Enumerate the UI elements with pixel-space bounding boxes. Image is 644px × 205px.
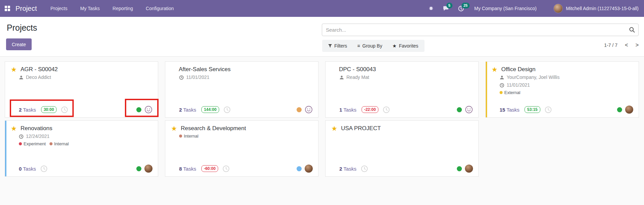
remaining-hours-badge: 53:15: [524, 106, 540, 113]
menu-configuration[interactable]: Configuration: [145, 1, 174, 16]
project-card-agr-s00042[interactable]: ★ AGR - S00042 Deco Addict 2 Tasks 30:00: [5, 61, 158, 118]
group-by-button[interactable]: ≡ Group By: [357, 43, 382, 49]
tag-row: Experiment Internal: [5, 140, 158, 146]
search-input[interactable]: [322, 24, 639, 36]
project-title[interactable]: After-Sales Services: [179, 66, 231, 73]
apps-menu-icon[interactable]: [5, 6, 10, 11]
task-count[interactable]: 2: [19, 107, 22, 113]
project-card-renovations[interactable]: ★ Renovations 12/24/2021 Experiment Inte…: [5, 120, 158, 177]
kanban-view: ★ AGR - S00042 Deco Addict 2 Tasks 30:00…: [0, 57, 644, 177]
collaborator-smiley-icon[interactable]: [305, 106, 313, 114]
tag-experiment[interactable]: Experiment: [19, 141, 46, 146]
task-count-label[interactable]: Tasks: [183, 107, 196, 113]
favorite-star-icon[interactable]: ★: [11, 125, 19, 132]
tag-dot: [49, 142, 53, 145]
favorites-button[interactable]: ★ Favorites: [392, 43, 418, 49]
task-count-label[interactable]: Tasks: [343, 166, 356, 172]
task-count[interactable]: 0: [19, 166, 22, 172]
favorite-star-icon[interactable]: ★: [492, 66, 499, 73]
search-options-bar: Filters ≡ Group By ★ Favorites: [322, 40, 425, 52]
user-avatar[interactable]: [553, 4, 563, 13]
app-name[interactable]: Project: [15, 5, 37, 12]
funnel-icon: [328, 44, 332, 48]
menu-projects[interactable]: Projects: [50, 1, 68, 16]
project-card-office-design[interactable]: ★ Office Design YourCompany, Joel Willis…: [485, 61, 639, 118]
tag-external[interactable]: External: [500, 90, 520, 95]
page-title: Projects: [7, 23, 37, 33]
menu-my-tasks[interactable]: My Tasks: [79, 1, 100, 16]
tag-internal[interactable]: Internal: [49, 141, 69, 146]
card-footer: 8 Tasks -60:00: [165, 165, 318, 173]
pager-previous-button[interactable]: <: [625, 42, 628, 48]
project-title[interactable]: Renovations: [21, 125, 53, 132]
collaborator-smiley-icon[interactable]: [144, 106, 152, 114]
timesheet-clock-icon[interactable]: [61, 106, 68, 113]
clock-icon: [19, 134, 24, 139]
card-footer: 15 Tasks 53:15: [486, 106, 639, 114]
tag-internal[interactable]: Internal: [179, 134, 198, 139]
collaborator-avatar[interactable]: [305, 165, 313, 173]
project-deadline: 11/01/2021: [165, 73, 318, 81]
messages-icon[interactable]: 5: [443, 5, 449, 11]
status-dot[interactable]: [457, 166, 462, 171]
company-switcher[interactable]: My Company (San Francisco): [474, 6, 537, 11]
timesheet-clock-icon[interactable]: [223, 165, 230, 172]
clock-icon: [500, 83, 504, 88]
bug-icon[interactable]: [428, 6, 434, 11]
favorite-star-icon[interactable]: ★: [171, 125, 179, 132]
project-partner: Deco Addict: [5, 73, 158, 81]
menu-reporting[interactable]: Reporting: [112, 1, 134, 16]
collaborator-avatar[interactable]: [625, 106, 633, 114]
project-title[interactable]: USA PROJECT: [341, 125, 381, 132]
tag-dot: [500, 91, 503, 94]
status-dot[interactable]: [617, 107, 622, 112]
project-title[interactable]: Research & Development: [181, 125, 246, 132]
remaining-hours-badge: -22:00: [362, 106, 379, 113]
card-footer: 1 Tasks -22:00: [326, 106, 478, 114]
user-menu[interactable]: Mitchell Admin (11227453-15-0-all): [566, 6, 639, 11]
timesheet-clock-icon[interactable]: [383, 106, 390, 113]
project-title[interactable]: Office Design: [501, 66, 536, 73]
collaborator-smiley-icon[interactable]: [465, 106, 473, 114]
task-count[interactable]: 2: [339, 166, 342, 172]
task-count-label[interactable]: Tasks: [343, 107, 356, 113]
activities-icon[interactable]: 25: [458, 5, 464, 12]
search-icon[interactable]: [629, 27, 635, 34]
task-count[interactable]: 2: [179, 107, 182, 113]
project-title[interactable]: AGR - S00042: [21, 66, 58, 73]
timesheet-clock-icon[interactable]: [40, 165, 47, 172]
status-dot[interactable]: [136, 166, 141, 171]
favorite-star-icon[interactable]: ★: [331, 125, 339, 132]
timesheet-clock-icon[interactable]: [545, 106, 552, 113]
project-deadline: 11/01/2021: [486, 81, 639, 88]
project-partner: Ready Mat: [326, 73, 478, 81]
task-count[interactable]: 15: [500, 107, 505, 113]
pager: 1-7 / 7 < >: [604, 42, 639, 48]
task-count-label[interactable]: Tasks: [507, 107, 519, 113]
project-card-after-sales-services[interactable]: After-Sales Services 11/01/2021 2 Tasks …: [165, 61, 318, 118]
collaborator-avatar[interactable]: [144, 165, 152, 173]
status-dot[interactable]: [297, 107, 302, 112]
status-dot[interactable]: [136, 107, 141, 112]
tag-dot: [179, 135, 182, 138]
timesheet-clock-icon[interactable]: [224, 106, 231, 113]
task-count[interactable]: 1: [339, 107, 342, 113]
collaborator-avatar[interactable]: [465, 165, 473, 173]
project-card-dpc-s00043[interactable]: DPC - S00043 Ready Mat 1 Tasks -22:00: [325, 61, 479, 118]
filters-button[interactable]: Filters: [328, 43, 347, 49]
task-count[interactable]: 8: [179, 166, 182, 172]
status-dot[interactable]: [457, 107, 462, 112]
create-button[interactable]: Create: [6, 38, 32, 50]
task-count-label[interactable]: Tasks: [183, 166, 196, 172]
tag-row: External: [486, 88, 639, 95]
project-title[interactable]: DPC - S00043: [339, 66, 376, 73]
project-card-research-development[interactable]: ★ Research & Development Internal 8 Task…: [165, 120, 318, 177]
task-count-label[interactable]: Tasks: [23, 107, 36, 113]
status-dot[interactable]: [297, 166, 302, 171]
timesheet-clock-icon[interactable]: [361, 165, 368, 172]
task-count-label[interactable]: Tasks: [23, 166, 36, 172]
favorite-star-icon[interactable]: ★: [11, 66, 19, 73]
project-card-usa-project[interactable]: ★ USA PROJECT 2 Tasks: [325, 120, 479, 177]
search-bar: [322, 24, 639, 36]
pager-next-button[interactable]: >: [636, 42, 639, 48]
